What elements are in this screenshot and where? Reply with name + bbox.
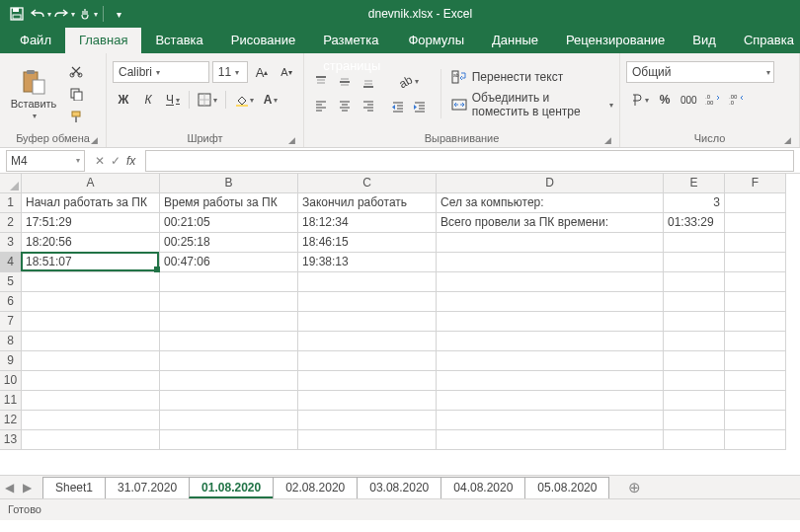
- cell[interactable]: 19:38:13: [298, 253, 437, 272]
- orientation-icon[interactable]: ab▾: [387, 71, 431, 93]
- cell[interactable]: [298, 411, 437, 430]
- cell[interactable]: [664, 292, 725, 312]
- cell[interactable]: [725, 430, 786, 450]
- font-name-combo[interactable]: Calibri▾: [113, 61, 209, 83]
- bold-button[interactable]: Ж: [113, 89, 134, 111]
- cell[interactable]: [664, 233, 725, 253]
- dialog-launcher-icon[interactable]: ◢: [784, 135, 791, 145]
- sheet-tab[interactable]: 01.08.2020: [189, 477, 274, 498]
- decrease-font-icon[interactable]: A▾: [276, 61, 297, 83]
- cell[interactable]: [22, 430, 160, 450]
- column-header[interactable]: F: [725, 174, 786, 193]
- increase-decimal-icon[interactable]: .0.00: [702, 89, 724, 111]
- dialog-launcher-icon[interactable]: ◢: [288, 135, 295, 145]
- cell[interactable]: [160, 411, 298, 430]
- cell[interactable]: [22, 312, 160, 332]
- dialog-launcher-icon[interactable]: ◢: [91, 135, 98, 145]
- cell[interactable]: 18:46:15: [298, 233, 437, 253]
- cell[interactable]: [437, 351, 664, 371]
- cell[interactable]: [725, 351, 786, 371]
- cell[interactable]: [298, 430, 437, 450]
- cell[interactable]: 3: [664, 193, 725, 213]
- cell[interactable]: [160, 272, 298, 292]
- cell[interactable]: [725, 312, 786, 332]
- sheet-tab[interactable]: 03.08.2020: [357, 477, 441, 498]
- cell[interactable]: 00:25:18: [160, 233, 298, 253]
- ribbon-tab-рецензирование[interactable]: Рецензирование: [552, 28, 679, 53]
- column-header[interactable]: B: [160, 174, 298, 193]
- cell[interactable]: [725, 213, 786, 233]
- accounting-format-icon[interactable]: ▾: [626, 89, 652, 111]
- scroll-tabs-left-icon[interactable]: ◀: [0, 481, 18, 494]
- ribbon-tab-вид[interactable]: Вид: [679, 28, 730, 53]
- cell[interactable]: [725, 371, 786, 391]
- cell[interactable]: [437, 430, 664, 450]
- save-icon[interactable]: [6, 3, 28, 25]
- cell[interactable]: [437, 292, 664, 312]
- column-header[interactable]: C: [298, 174, 437, 193]
- cell[interactable]: [22, 351, 160, 371]
- cell[interactable]: 00:21:05: [160, 213, 298, 233]
- cell[interactable]: [298, 351, 437, 371]
- row-header[interactable]: 2: [0, 213, 22, 233]
- name-box[interactable]: M4▾: [6, 150, 85, 172]
- cell[interactable]: Всего провели за ПК времени:: [437, 213, 664, 233]
- cell[interactable]: [160, 430, 298, 450]
- cell[interactable]: [298, 272, 437, 292]
- cell[interactable]: [437, 253, 664, 272]
- cell[interactable]: [22, 332, 160, 351]
- cell[interactable]: 18:20:56: [22, 233, 160, 253]
- cell[interactable]: [298, 332, 437, 351]
- row-header[interactable]: 13: [0, 430, 22, 450]
- font-size-combo[interactable]: 11▾: [212, 61, 248, 83]
- cell[interactable]: [160, 332, 298, 351]
- dialog-launcher-icon[interactable]: ◢: [604, 135, 611, 145]
- row-header[interactable]: 12: [0, 411, 22, 430]
- cell[interactable]: [725, 272, 786, 292]
- align-center-icon[interactable]: [334, 95, 356, 116]
- cell[interactable]: Закончил работать: [298, 193, 437, 213]
- cell[interactable]: Сел за компьютер:: [437, 193, 664, 213]
- cell[interactable]: [664, 312, 725, 332]
- row-header[interactable]: 7: [0, 312, 22, 332]
- ribbon-tab-главная[interactable]: Главная: [65, 28, 141, 53]
- align-right-icon[interactable]: [358, 95, 379, 116]
- increase-font-icon[interactable]: A▴: [251, 61, 273, 83]
- ribbon-tab-данные[interactable]: Данные: [478, 28, 552, 53]
- comma-format-button[interactable]: 000: [678, 89, 700, 111]
- ribbon-tab-файл[interactable]: Файл: [6, 28, 65, 53]
- align-middle-icon[interactable]: [334, 71, 356, 93]
- cell[interactable]: [160, 351, 298, 371]
- merge-center-button[interactable]: Объединить и поместить в центре ▾: [451, 91, 613, 118]
- row-header[interactable]: 11: [0, 391, 22, 411]
- column-header[interactable]: E: [664, 174, 725, 193]
- decrease-indent-icon[interactable]: [387, 96, 409, 117]
- row-header[interactable]: 1: [0, 193, 22, 213]
- underline-button[interactable]: Ч▾: [162, 89, 184, 111]
- font-color-icon[interactable]: A▾: [260, 89, 281, 111]
- formula-input[interactable]: [145, 150, 794, 172]
- decrease-decimal-icon[interactable]: .00.0: [726, 89, 748, 111]
- cut-icon[interactable]: [65, 61, 87, 81]
- increase-indent-icon[interactable]: [409, 96, 431, 117]
- cell[interactable]: [298, 312, 437, 332]
- new-sheet-button[interactable]: ⊕: [621, 479, 647, 496]
- row-header[interactable]: 6: [0, 292, 22, 312]
- cell[interactable]: [725, 411, 786, 430]
- cell[interactable]: [437, 371, 664, 391]
- cell[interactable]: 00:47:06: [160, 253, 298, 272]
- cell[interactable]: Начал работать за ПК: [22, 193, 160, 213]
- cell[interactable]: [437, 391, 664, 411]
- cell[interactable]: [725, 391, 786, 411]
- cell[interactable]: [437, 332, 664, 351]
- paste-button[interactable]: Вставить ▾: [6, 60, 61, 127]
- cell[interactable]: [664, 272, 725, 292]
- ribbon-tab-рисование[interactable]: Рисование: [217, 28, 309, 53]
- percent-format-button[interactable]: %: [654, 89, 676, 111]
- copy-icon[interactable]: [65, 84, 87, 104]
- cell[interactable]: [664, 411, 725, 430]
- cell[interactable]: [725, 332, 786, 351]
- cell[interactable]: [664, 391, 725, 411]
- cell[interactable]: [664, 351, 725, 371]
- scroll-tabs-right-icon[interactable]: ▶: [18, 481, 36, 494]
